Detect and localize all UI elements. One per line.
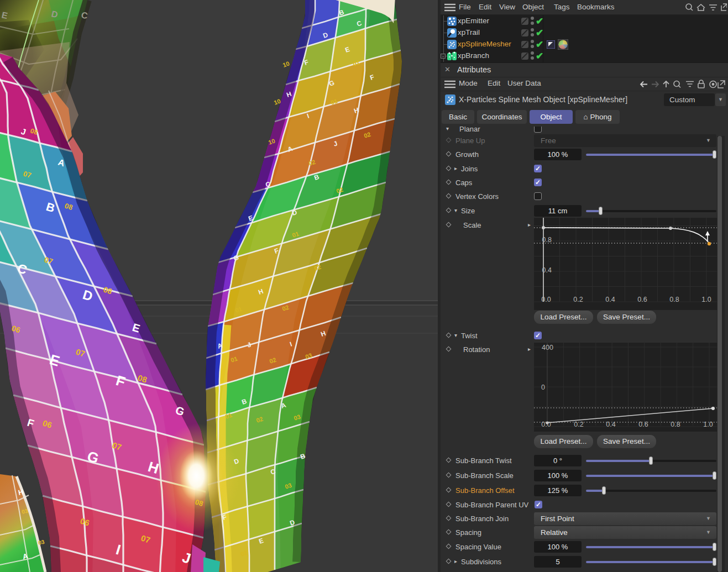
svg-text:0.2: 0.2 [573, 296, 583, 303]
svg-text:1.0: 1.0 [701, 296, 711, 303]
svg-text:0.2: 0.2 [574, 421, 583, 428]
svg-text:0.4: 0.4 [605, 296, 615, 303]
svg-text:0.8: 0.8 [542, 236, 552, 244]
svg-text:0.8: 0.8 [669, 296, 679, 303]
svg-text:0.8: 0.8 [671, 421, 680, 428]
svg-text:0.4: 0.4 [606, 421, 615, 428]
svg-text:0.0: 0.0 [541, 421, 551, 428]
svg-text:0.4: 0.4 [542, 266, 552, 274]
svg-text:0.6: 0.6 [638, 421, 648, 428]
svg-text:0: 0 [541, 384, 545, 391]
svg-text:1.0: 1.0 [703, 421, 713, 428]
svg-text:0.6: 0.6 [637, 296, 647, 303]
svg-text:400: 400 [542, 344, 553, 351]
svg-text:0.0: 0.0 [541, 296, 551, 303]
